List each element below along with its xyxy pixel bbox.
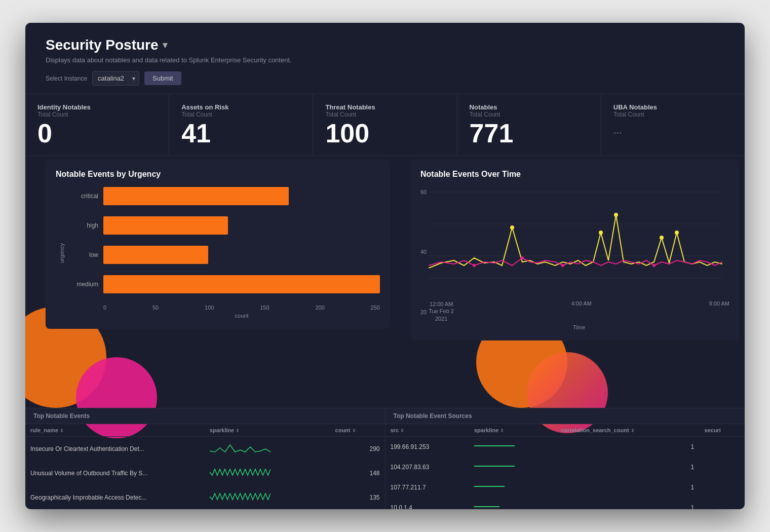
src-cell-1: 199.66.91.253	[386, 437, 470, 457]
table-row: 104.207.83.63 1	[386, 457, 745, 477]
src-sparkline-1	[469, 437, 556, 457]
instance-row: Select Instance catalina2 Submit	[46, 71, 724, 86]
bar-track-critical	[103, 187, 380, 205]
bar-chart-x-label: count	[103, 313, 380, 319]
src-sparkline-svg-4	[474, 502, 515, 509]
src-count-4: 1	[556, 498, 699, 510]
bar-track-medium	[103, 275, 380, 293]
bar-row-high: high	[68, 216, 380, 235]
sort-arrow-sparkline-src: ⇕	[500, 428, 504, 433]
bar-fill-critical	[103, 187, 289, 205]
metric-threat-sublabel: Total Count	[325, 111, 444, 118]
x-label-8am: 8:00 AM	[709, 300, 729, 322]
dot-peak5	[675, 231, 679, 235]
sort-arrow-sparkline: ⇕	[236, 428, 240, 433]
sort-arrow-corr: ⇕	[631, 428, 635, 433]
magenta-dot1	[473, 264, 476, 267]
line-chart-title: Notable Events Over Time	[420, 170, 729, 179]
instance-select[interactable]: catalina2	[92, 71, 139, 86]
metric-notables-label: Notables	[470, 103, 589, 111]
magenta-dot3	[561, 264, 564, 267]
table-row: 107.77.211.7 1	[386, 477, 745, 498]
sparkline-cell-1	[205, 437, 330, 461]
src-sparkline-3	[469, 477, 556, 498]
src-securi-1	[699, 437, 745, 457]
metric-threat-value: 100	[325, 120, 444, 146]
bar-fill-medium	[103, 275, 380, 293]
x-tick-200: 200	[315, 305, 324, 311]
dot-peak2	[599, 231, 603, 235]
src-securi-2	[699, 457, 745, 477]
x-tick-100: 100	[205, 305, 214, 311]
line-chart-card: Notable Events Over Time 60 40 20	[410, 160, 740, 340]
metric-assets-value: 41	[181, 120, 300, 146]
sparkline-svg-3	[210, 489, 271, 504]
src-count-1: 1	[556, 437, 699, 457]
bar-track-low	[103, 246, 380, 264]
bar-chart-card: Notable Events by Urgency urgency critic…	[46, 160, 390, 329]
src-securi-4	[699, 498, 745, 510]
x-tick-0: 0	[103, 305, 106, 311]
line-chart-x-axis: 12:00 AMTue Feb 22021 4:00 AM 8:00 AM	[429, 300, 729, 322]
col-securi: securi	[699, 424, 745, 437]
x-label-12am: 12:00 AMTue Feb 22021	[429, 300, 454, 322]
table-row: Geographically Improbable Access Detec..…	[25, 485, 385, 510]
sort-arrow-rule: ⇕	[60, 428, 64, 433]
top-notable-events-header-row: rule_name ⇕ sparkline ⇕ count ⇕	[25, 424, 385, 437]
bar-fill-high	[103, 216, 228, 235]
metrics-row: Identity Notables Total Count 0 Assets o…	[25, 94, 745, 156]
metric-notables-value: 771	[470, 120, 589, 146]
table-row: 10.0.1.4 1	[386, 498, 745, 510]
bar-row-critical: critical	[68, 187, 380, 205]
instance-select-wrapper[interactable]: catalina2	[92, 71, 139, 86]
col-src: src ⇕	[386, 424, 470, 437]
metric-identity-notables: Identity Notables Total Count 0	[25, 94, 169, 156]
x-tick-250: 250	[371, 305, 380, 311]
magenta-dot2	[521, 256, 524, 259]
line-chart-x-label: Time	[429, 324, 729, 330]
y-tick-60: 60	[420, 189, 427, 195]
metric-assets-on-risk: Assets on Risk Total Count 41	[169, 94, 313, 156]
rule-name-cell-3: Geographically Improbable Access Detec..…	[25, 485, 205, 510]
src-sparkline-4	[469, 498, 556, 510]
col-sparkline: sparkline ⇕	[205, 424, 330, 437]
sparkline-cell-2	[205, 461, 330, 485]
title-dropdown-arrow[interactable]: ▾	[163, 40, 167, 51]
metric-assets-label: Assets on Risk	[181, 103, 300, 111]
submit-button[interactable]: Submit	[144, 71, 181, 85]
src-count-3: 1	[556, 477, 699, 498]
table-row: 199.66.91.253 1	[386, 437, 745, 457]
col-sparkline-src: sparkline ⇕	[469, 424, 556, 437]
sparkline-svg-2	[210, 465, 271, 479]
sparkline-cell-3	[205, 485, 330, 510]
sparkline-svg-1	[210, 441, 271, 455]
top-notable-events-table: rule_name ⇕ sparkline ⇕ count ⇕ Insecure…	[25, 424, 385, 509]
bar-label-medium: medium	[68, 281, 98, 288]
top-notable-sources-header: Top Notable Event Sources	[386, 408, 745, 424]
table-row: Unusual Volume of Outbound Traffic By S.…	[25, 461, 385, 485]
line-chart-svg	[429, 187, 722, 298]
top-notable-events-header: Top Notable Events	[25, 408, 385, 424]
bar-label-high: high	[68, 222, 98, 229]
rule-name-cell: Insecure Or Cleartext Authentication Det…	[25, 437, 205, 461]
metric-identity-notables-value: 0	[37, 120, 157, 146]
x-tick-150: 150	[260, 305, 269, 311]
src-cell-2: 104.207.83.63	[386, 457, 470, 477]
page-subtitle: Displays data about notables and data re…	[46, 56, 724, 64]
page-title: Security Posture ▾	[46, 37, 724, 53]
rule-name-cell-2: Unusual Volume of Outbound Traffic By S.…	[25, 461, 205, 485]
metric-uba-sublabel: Total Count	[613, 111, 733, 118]
metric-notables-sublabel: Total Count	[470, 111, 589, 118]
tables-row: Top Notable Events rule_name ⇕ sparkline…	[25, 408, 745, 509]
src-sparkline-svg-3	[474, 481, 515, 491]
instance-label: Select Instance	[46, 75, 87, 82]
metric-threat-notables: Threat Notables Total Count 100	[313, 94, 457, 156]
metric-uba-label: UBA Notables	[613, 103, 733, 111]
table-row: Insecure Or Cleartext Authentication Det…	[25, 437, 385, 461]
bar-label-low: low	[68, 251, 98, 258]
top-notable-sources-table: src ⇕ sparkline ⇕ correlation_search_cou…	[386, 424, 745, 509]
src-cell-3: 107.77.211.7	[386, 477, 470, 498]
src-securi-3	[699, 477, 745, 498]
x-tick-50: 50	[152, 305, 159, 311]
top-notable-sources-panel: Top Notable Event Sources src ⇕ sparklin…	[386, 408, 745, 509]
